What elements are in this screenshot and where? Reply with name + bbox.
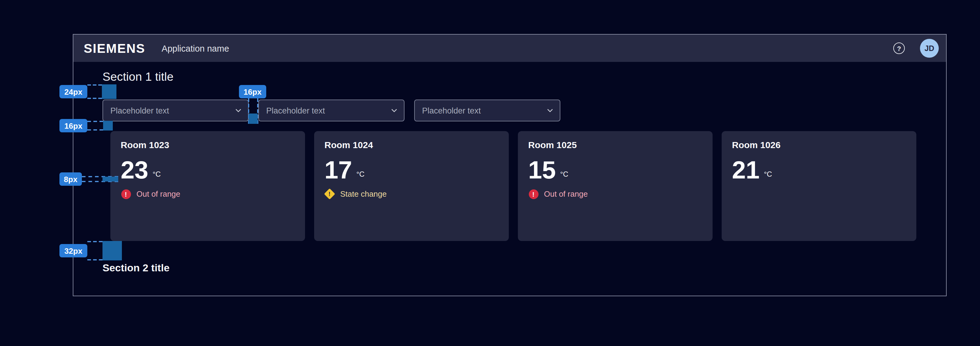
error-icon: ! bbox=[528, 189, 539, 199]
status-label: Out of range bbox=[137, 190, 180, 198]
spacing-indicator-8px bbox=[102, 177, 118, 182]
status-row: ! State change bbox=[325, 189, 498, 199]
room-card-grid: Room 1023 23 °C ! Out of range Room 1024… bbox=[110, 131, 916, 241]
app-header: SIEMENS Application name ? JD bbox=[73, 35, 946, 62]
room-name: Room 1025 bbox=[528, 140, 702, 150]
filter-row: Placeholder text Placeholder text Placeh… bbox=[102, 100, 560, 121]
spacing-badge-16px: 16px bbox=[239, 85, 266, 98]
warning-icon: ! bbox=[325, 189, 335, 199]
temperature-value: 17 bbox=[325, 161, 352, 179]
siemens-logo: SIEMENS bbox=[84, 41, 145, 56]
spacing-indicator-16px bbox=[103, 121, 113, 131]
filter-dropdown-3[interactable]: Placeholder text bbox=[414, 100, 560, 121]
status-row: ! Out of range bbox=[121, 189, 295, 199]
temperature-unit: °C bbox=[356, 170, 364, 179]
temperature-value: 23 bbox=[121, 161, 148, 179]
temperature-reading: 23 °C bbox=[121, 161, 295, 179]
temperature-reading: 15 °C bbox=[528, 161, 702, 179]
avatar-initials: JD bbox=[924, 44, 934, 53]
filter-dropdown-2[interactable]: Placeholder text bbox=[258, 100, 404, 121]
spacing-indicator-24px bbox=[102, 85, 116, 99]
room-card[interactable]: Room 1025 15 °C ! Out of range bbox=[518, 131, 713, 241]
spacing-connector bbox=[88, 85, 102, 99]
spacing-connector bbox=[88, 121, 103, 131]
temperature-unit: °C bbox=[153, 170, 161, 179]
chevron-down-icon bbox=[235, 108, 241, 112]
room-name: Room 1024 bbox=[325, 140, 498, 150]
dropdown-placeholder: Placeholder text bbox=[266, 106, 325, 115]
temperature-unit: °C bbox=[764, 170, 772, 179]
app-panel: SIEMENS Application name ? JD Section 1 … bbox=[73, 34, 947, 296]
spacing-badge-32px: 32px bbox=[59, 244, 88, 257]
status-label: State change bbox=[340, 190, 387, 198]
chevron-down-icon bbox=[547, 108, 553, 112]
temperature-value: 21 bbox=[732, 161, 760, 179]
temperature-value: 15 bbox=[528, 161, 556, 179]
room-card[interactable]: Room 1024 17 °C ! State change bbox=[314, 131, 509, 241]
spacing-connector bbox=[88, 241, 102, 260]
status-label: Out of range bbox=[544, 190, 588, 198]
spacing-indicator-32px bbox=[102, 241, 122, 260]
status-row: ! Out of range bbox=[528, 189, 702, 199]
room-card[interactable]: Room 1023 23 °C ! Out of range bbox=[110, 131, 305, 241]
app-title: Application name bbox=[162, 43, 229, 53]
room-name: Room 1023 bbox=[121, 140, 295, 150]
user-avatar[interactable]: JD bbox=[920, 39, 939, 58]
temperature-unit: °C bbox=[560, 170, 568, 179]
error-icon: ! bbox=[121, 189, 131, 199]
spacing-badge-16px: 16px bbox=[59, 119, 88, 132]
dropdown-placeholder: Placeholder text bbox=[110, 106, 169, 115]
room-card[interactable]: Room 1026 21 °C bbox=[722, 131, 916, 241]
section-2-title: Section 2 title bbox=[102, 261, 170, 275]
spacing-badge-24px: 24px bbox=[59, 85, 88, 98]
dropdown-placeholder: Placeholder text bbox=[422, 106, 481, 115]
help-icon[interactable]: ? bbox=[893, 43, 905, 54]
chevron-down-icon bbox=[391, 108, 397, 112]
temperature-reading: 21 °C bbox=[732, 161, 906, 179]
page: SIEMENS Application name ? JD Section 1 … bbox=[0, 0, 980, 346]
help-glyph: ? bbox=[897, 45, 901, 52]
filter-dropdown-1[interactable]: Placeholder text bbox=[102, 100, 249, 121]
section-1-title: Section 1 title bbox=[102, 68, 173, 85]
temperature-reading: 17 °C bbox=[325, 161, 498, 179]
room-name: Room 1026 bbox=[732, 140, 906, 150]
spacing-badge-8px: 8px bbox=[59, 172, 82, 186]
spacing-indicator-16px bbox=[249, 113, 258, 124]
